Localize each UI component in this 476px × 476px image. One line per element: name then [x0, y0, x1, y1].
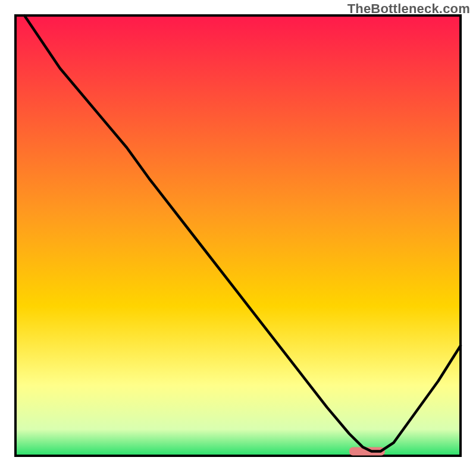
chart-background — [15, 15, 461, 456]
bottleneck-chart: TheBottleneck.com — [0, 0, 476, 476]
chart-svg — [0, 0, 476, 476]
